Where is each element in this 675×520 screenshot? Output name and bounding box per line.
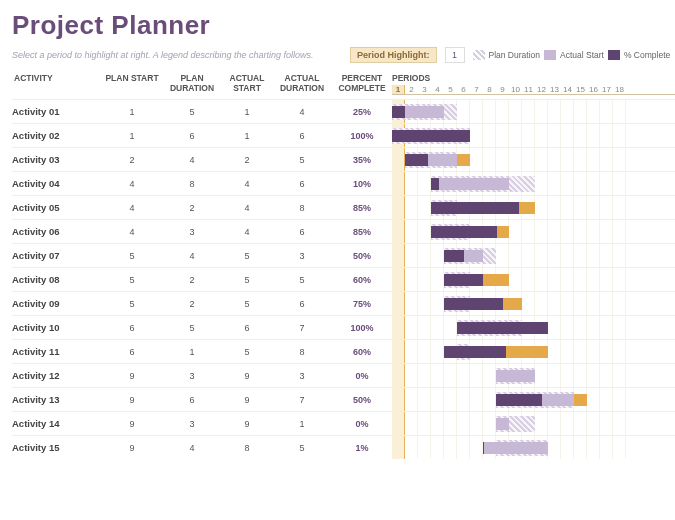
actual-start-cell[interactable]: 1: [222, 123, 272, 147]
percent-complete-cell[interactable]: 100%: [332, 123, 392, 147]
plan-start-cell[interactable]: 5: [102, 267, 162, 291]
actual-duration-cell[interactable]: 1: [272, 411, 332, 435]
period-num-3[interactable]: 3: [418, 85, 431, 94]
plan-duration-cell[interactable]: 6: [162, 387, 222, 411]
plan-duration-cell[interactable]: 1: [162, 339, 222, 363]
period-num-16[interactable]: 16: [587, 85, 600, 94]
plan-duration-cell[interactable]: 5: [162, 99, 222, 123]
period-num-15[interactable]: 15: [574, 85, 587, 94]
actual-duration-cell[interactable]: 8: [272, 195, 332, 219]
plan-start-cell[interactable]: 4: [102, 219, 162, 243]
plan-duration-cell[interactable]: 4: [162, 243, 222, 267]
activity-name[interactable]: Activity 08: [12, 267, 102, 291]
period-num-13[interactable]: 13: [548, 85, 561, 94]
actual-duration-cell[interactable]: 5: [272, 267, 332, 291]
period-num-12[interactable]: 12: [535, 85, 548, 94]
actual-duration-cell[interactable]: 5: [272, 147, 332, 171]
period-num-18[interactable]: 18: [613, 85, 626, 94]
actual-duration-cell[interactable]: 6: [272, 171, 332, 195]
actual-duration-cell[interactable]: 3: [272, 243, 332, 267]
actual-duration-cell[interactable]: 4: [272, 99, 332, 123]
activity-name[interactable]: Activity 15: [12, 435, 102, 459]
plan-start-cell[interactable]: 5: [102, 291, 162, 315]
actual-duration-cell[interactable]: 7: [272, 315, 332, 339]
percent-complete-cell[interactable]: 0%: [332, 363, 392, 387]
activity-name[interactable]: Activity 01: [12, 99, 102, 123]
activity-name[interactable]: Activity 13: [12, 387, 102, 411]
plan-start-cell[interactable]: 9: [102, 363, 162, 387]
period-highlight-input[interactable]: 1: [445, 47, 465, 63]
plan-start-cell[interactable]: 1: [102, 99, 162, 123]
actual-start-cell[interactable]: 5: [222, 291, 272, 315]
percent-complete-cell[interactable]: 60%: [332, 339, 392, 363]
actual-start-cell[interactable]: 4: [222, 195, 272, 219]
activity-name[interactable]: Activity 05: [12, 195, 102, 219]
period-num-7[interactable]: 7: [470, 85, 483, 94]
period-num-6[interactable]: 6: [457, 85, 470, 94]
plan-duration-cell[interactable]: 8: [162, 171, 222, 195]
activity-name[interactable]: Activity 12: [12, 363, 102, 387]
plan-start-cell[interactable]: 1: [102, 123, 162, 147]
period-num-14[interactable]: 14: [561, 85, 574, 94]
activity-name[interactable]: Activity 14: [12, 411, 102, 435]
plan-start-cell[interactable]: 4: [102, 171, 162, 195]
percent-complete-cell[interactable]: 50%: [332, 387, 392, 411]
percent-complete-cell[interactable]: 85%: [332, 219, 392, 243]
percent-complete-cell[interactable]: 100%: [332, 315, 392, 339]
actual-start-cell[interactable]: 5: [222, 267, 272, 291]
actual-start-cell[interactable]: 1: [222, 99, 272, 123]
actual-duration-cell[interactable]: 7: [272, 387, 332, 411]
activity-name[interactable]: Activity 09: [12, 291, 102, 315]
actual-start-cell[interactable]: 4: [222, 219, 272, 243]
actual-start-cell[interactable]: 9: [222, 363, 272, 387]
plan-start-cell[interactable]: 9: [102, 387, 162, 411]
plan-start-cell[interactable]: 9: [102, 411, 162, 435]
percent-complete-cell[interactable]: 10%: [332, 171, 392, 195]
period-num-8[interactable]: 8: [483, 85, 496, 94]
percent-complete-cell[interactable]: 25%: [332, 99, 392, 123]
period-num-9[interactable]: 9: [496, 85, 509, 94]
period-num-2[interactable]: 2: [405, 85, 418, 94]
plan-duration-cell[interactable]: 4: [162, 435, 222, 459]
activity-name[interactable]: Activity 04: [12, 171, 102, 195]
plan-start-cell[interactable]: 6: [102, 315, 162, 339]
actual-duration-cell[interactable]: 6: [272, 123, 332, 147]
actual-start-cell[interactable]: 2: [222, 147, 272, 171]
period-num-4[interactable]: 4: [431, 85, 444, 94]
actual-duration-cell[interactable]: 8: [272, 339, 332, 363]
activity-name[interactable]: Activity 02: [12, 123, 102, 147]
plan-start-cell[interactable]: 9: [102, 435, 162, 459]
percent-complete-cell[interactable]: 85%: [332, 195, 392, 219]
activity-name[interactable]: Activity 06: [12, 219, 102, 243]
plan-duration-cell[interactable]: 3: [162, 411, 222, 435]
actual-start-cell[interactable]: 6: [222, 315, 272, 339]
percent-complete-cell[interactable]: 60%: [332, 267, 392, 291]
actual-start-cell[interactable]: 9: [222, 411, 272, 435]
percent-complete-cell[interactable]: 1%: [332, 435, 392, 459]
plan-start-cell[interactable]: 2: [102, 147, 162, 171]
plan-start-cell[interactable]: 5: [102, 243, 162, 267]
plan-duration-cell[interactable]: 5: [162, 315, 222, 339]
plan-duration-cell[interactable]: 4: [162, 147, 222, 171]
plan-duration-cell[interactable]: 2: [162, 267, 222, 291]
period-num-11[interactable]: 11: [522, 85, 535, 94]
period-num-1[interactable]: 1: [392, 85, 405, 94]
percent-complete-cell[interactable]: 0%: [332, 411, 392, 435]
actual-duration-cell[interactable]: 3: [272, 363, 332, 387]
percent-complete-cell[interactable]: 50%: [332, 243, 392, 267]
plan-duration-cell[interactable]: 2: [162, 195, 222, 219]
activity-name[interactable]: Activity 10: [12, 315, 102, 339]
period-num-10[interactable]: 10: [509, 85, 522, 94]
actual-duration-cell[interactable]: 6: [272, 219, 332, 243]
actual-start-cell[interactable]: 4: [222, 171, 272, 195]
plan-duration-cell[interactable]: 3: [162, 363, 222, 387]
plan-duration-cell[interactable]: 6: [162, 123, 222, 147]
actual-start-cell[interactable]: 9: [222, 387, 272, 411]
plan-start-cell[interactable]: 4: [102, 195, 162, 219]
actual-start-cell[interactable]: 8: [222, 435, 272, 459]
plan-duration-cell[interactable]: 3: [162, 219, 222, 243]
period-num-17[interactable]: 17: [600, 85, 613, 94]
actual-duration-cell[interactable]: 5: [272, 435, 332, 459]
plan-duration-cell[interactable]: 2: [162, 291, 222, 315]
percent-complete-cell[interactable]: 75%: [332, 291, 392, 315]
